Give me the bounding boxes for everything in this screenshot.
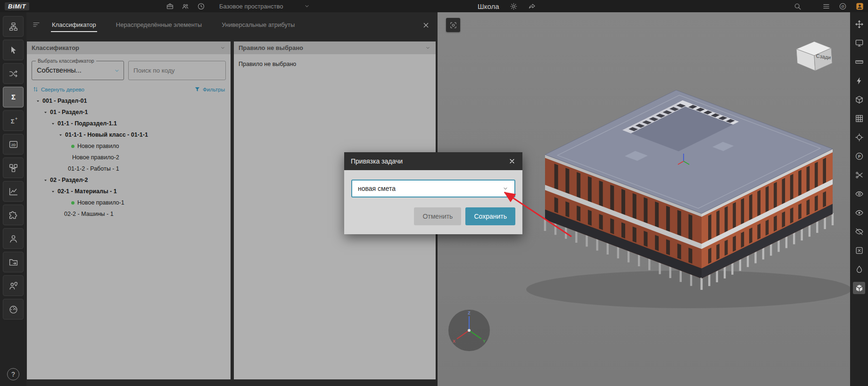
left-toolbar: ΣΣ+2D? [0, 12, 26, 386]
capture-button[interactable] [446, 18, 460, 32]
caret-down-icon[interactable] [43, 110, 50, 115]
tab-3[interactable]: Универсальные атрибуты [221, 18, 296, 32]
search-icon[interactable] [794, 2, 802, 10]
tree-item[interactable]: 02-2 - Машины - 1 [35, 208, 226, 220]
clip-button[interactable] [853, 169, 865, 181]
estimates-add-button[interactable]: Σ+ [3, 110, 24, 131]
pan-view-button[interactable] [853, 18, 865, 30]
ruler-icon [855, 57, 864, 66]
share-icon[interactable] [528, 2, 536, 10]
estimates-button[interactable]: Σ [3, 87, 24, 107]
sigma-icon: Σ [8, 92, 18, 102]
rule-panel-header[interactable]: Правило не выбрано [234, 41, 436, 54]
collapse-tree-link[interactable]: Свернуть дерево [33, 86, 84, 92]
tree-item[interactable]: 01 - Раздел-1 [35, 107, 226, 118]
hide-elements-button[interactable] [853, 225, 865, 238]
select-cursor-icon [8, 45, 18, 55]
folder-share-icon [8, 257, 18, 267]
tree-item-label: 02-2 - Машины - 1 [64, 211, 114, 217]
eye-gear-icon [855, 189, 864, 198]
analytics-button[interactable] [3, 181, 24, 202]
tree-item[interactable]: 01-1 - Подраздел-1.1 [35, 118, 226, 129]
user-pin-icon [8, 281, 18, 291]
user-avatar[interactable] [855, 2, 864, 11]
dashboards-button[interactable] [3, 299, 24, 320]
tree-item[interactable]: 02-1 - Материалы - 1 [35, 186, 226, 197]
modules-button[interactable] [3, 157, 24, 178]
filters-link[interactable]: Фильтры [194, 86, 225, 92]
grid-view-button[interactable] [853, 112, 865, 124]
properties-button[interactable]: P [853, 150, 865, 162]
tab-2[interactable]: Нераспределённые элементы [115, 18, 203, 32]
classifier-panel-title: Классификатор [32, 44, 79, 51]
tree-item[interactable]: Новое правило-2 [35, 152, 226, 163]
help-button[interactable]: ? [7, 368, 19, 380]
tab-1[interactable]: Классификатор [51, 18, 97, 32]
cancel-button[interactable]: Отменить [414, 207, 461, 225]
axis-x-label: X [453, 339, 455, 344]
right-toolbar: P [850, 12, 868, 386]
panel-menu-icon[interactable] [32, 21, 41, 29]
topbar-center: Школа [478, 0, 536, 12]
svg-text:Σ: Σ [11, 93, 16, 101]
close-window-button[interactable] [422, 21, 430, 29]
tree-item[interactable]: 01-1-1 - Новый класс - 01-1-1 [35, 129, 226, 140]
quick-actions-button[interactable] [853, 74, 865, 87]
caret-down-icon[interactable] [50, 189, 58, 194]
relations-button[interactable] [3, 63, 24, 84]
tree-item[interactable]: Новое правило [35, 140, 226, 152]
project-title: Школа [478, 2, 499, 10]
axis-gizmo[interactable]: Z X Y [446, 308, 492, 353]
rule-empty-text: Правило не выбрано [239, 61, 431, 67]
history-icon[interactable] [197, 2, 205, 10]
select-tool-button[interactable] [3, 40, 24, 60]
caret-down-icon[interactable] [35, 99, 42, 104]
appearance-button[interactable] [853, 263, 865, 275]
section-cube-button[interactable] [853, 93, 865, 106]
eye-icon [855, 208, 864, 217]
view-options-button[interactable] [853, 188, 865, 200]
plugins-button[interactable] [3, 205, 24, 225]
screen-view-button[interactable] [853, 37, 865, 49]
model-view-button[interactable] [853, 282, 865, 294]
rule-dot [71, 145, 74, 148]
dialog-title: Привязка задачи [351, 157, 403, 165]
tree-item[interactable]: 001 - Раздел-01 [35, 95, 226, 107]
support-icon[interactable]: @ [839, 2, 847, 10]
projects-icon[interactable] [166, 2, 174, 10]
shared-folders-button[interactable] [3, 252, 24, 272]
puzzle-icon [8, 210, 18, 220]
clear-selection-button[interactable] [853, 244, 865, 256]
team-icon[interactable] [182, 2, 190, 10]
estimate-select[interactable]: новая смета [351, 180, 515, 197]
users-button[interactable] [3, 228, 24, 249]
chart-icon [8, 187, 18, 197]
locate-button[interactable] [853, 131, 865, 143]
user-locations-button[interactable] [3, 275, 24, 296]
menu-list-icon[interactable] [822, 2, 830, 10]
classifier-panel-header[interactable]: Классификатор [27, 41, 231, 54]
settings-icon[interactable] [510, 2, 518, 10]
rule-dot [71, 201, 74, 205]
tree-item-label: 01-1-1 - Новый класс - 01-1-1 [65, 131, 148, 138]
model-structure-button[interactable] [3, 16, 24, 37]
workspace-selector[interactable]: Базовое пространство [219, 3, 311, 10]
caret-down-icon[interactable] [50, 121, 58, 126]
tree-item[interactable]: 01-1-2 - Работы - 1 [35, 163, 226, 174]
tree-item-label: 01 - Раздел-1 [50, 109, 88, 115]
measure-button[interactable] [853, 56, 865, 68]
nav-cube[interactable]: Сзади [790, 37, 837, 74]
caret-down-icon[interactable] [43, 178, 50, 183]
svg-text:@: @ [841, 4, 845, 8]
dialog-close-button[interactable] [508, 157, 516, 165]
classifier-select[interactable]: Выбрать классификатор Собственны... [32, 61, 124, 80]
tree-item[interactable]: 02 - Раздел-2 [35, 174, 226, 186]
chevron-down-icon [425, 45, 431, 51]
code-search-input[interactable] [128, 61, 226, 80]
show-elements-button[interactable] [853, 206, 865, 219]
save-button[interactable]: Сохранить [465, 207, 515, 225]
drawings-2d-button[interactable]: 2D [3, 134, 24, 155]
rule-panel-title: Правило не выбрано [239, 44, 303, 51]
tree-item[interactable]: Новое правило-1 [35, 197, 226, 208]
caret-down-icon[interactable] [58, 132, 65, 138]
